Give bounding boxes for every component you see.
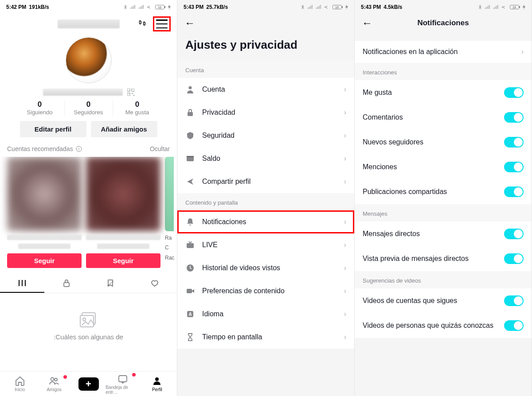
row-notifications[interactable]: Notificaciones ›	[177, 210, 354, 233]
bottom-nav: Inicio Amigos + Bandeja de entr… Perfil	[0, 371, 177, 396]
profile-header	[0, 12, 177, 35]
row-language[interactable]: A Idioma ›	[177, 303, 354, 326]
tab-liked[interactable]	[133, 274, 177, 293]
bell-icon	[185, 217, 195, 226]
row-share-profile[interactable]: Compartir perfil ›	[177, 170, 354, 193]
status-icons: 10	[478, 4, 525, 10]
row-account[interactable]: Cuenta ›	[177, 78, 354, 101]
svg-rect-24	[188, 112, 193, 116]
chevron-right-icon: ›	[521, 48, 524, 56]
language-icon: A	[185, 310, 195, 318]
toggle-dms[interactable]: Mensajes directos	[355, 221, 532, 246]
tab-grid[interactable]	[0, 274, 44, 293]
stat-following[interactable]: 0 Siguiendo	[16, 100, 64, 116]
row-balance[interactable]: Saldo ›	[177, 147, 354, 170]
row-screentime[interactable]: Tiempo en pantalla ›	[177, 326, 354, 349]
row-content-prefs[interactable]: Preferencias de contenido ›	[177, 280, 354, 303]
row-in-app-notifications[interactable]: Notificaciones en la aplicación ›	[355, 41, 532, 63]
svg-point-15	[51, 378, 54, 381]
footprint-icon[interactable]	[137, 19, 147, 29]
row-live[interactable]: LIVE ›	[177, 233, 354, 256]
nav-create[interactable]: +	[71, 377, 106, 391]
chevron-right-icon: ›	[344, 264, 346, 272]
chevron-right-icon: ›	[344, 287, 346, 295]
clock-icon	[185, 264, 195, 272]
qr-icon[interactable]	[127, 89, 134, 96]
row-privacy[interactable]: Privacidad ›	[177, 101, 354, 124]
chevron-right-icon: ›	[344, 109, 346, 116]
suggested-card-peek[interactable]: Ra C Rac	[165, 157, 174, 268]
back-icon[interactable]: ←	[362, 18, 372, 28]
share-icon	[185, 177, 195, 186]
notifications-header: ← Notificaciones	[355, 12, 532, 34]
follow-button[interactable]: Seguir	[7, 253, 82, 268]
toggle-switch[interactable]	[504, 137, 524, 148]
chevron-right-icon: ›	[344, 241, 346, 249]
toggle-dm-preview[interactable]: Vista previa de mensajes directos	[355, 246, 532, 271]
svg-point-16	[55, 378, 57, 381]
hide-button[interactable]: Ocultar	[150, 145, 170, 152]
suggested-avatar-blurred	[86, 157, 160, 231]
toggle-suggested-videos[interactable]: Videos de personas que quizás conozcas	[355, 313, 532, 338]
toggle-mentions[interactable]: Menciones	[355, 155, 532, 179]
svg-point-19	[325, 7, 325, 8]
empty-text: :Cuáles son algunas de	[54, 333, 123, 341]
suggested-card[interactable]: Seguir	[7, 157, 82, 268]
toggle-switch[interactable]	[504, 320, 524, 331]
hamburger-menu-icon[interactable]	[156, 19, 168, 28]
toggle-new-followers[interactable]: Nuevos seguidores	[355, 130, 532, 155]
screen-settings: 5:43 PM 25.7kB/s 10 ← Ajustes y privacid…	[177, 0, 355, 396]
edit-profile-button[interactable]: Editar perfil	[20, 121, 86, 137]
toggle-following-videos[interactable]: Videos de cuentas que sigues	[355, 288, 532, 313]
chevron-right-icon: ›	[344, 178, 346, 186]
toggle-switch[interactable]	[504, 186, 524, 197]
suggested-card[interactable]: Seguir	[86, 157, 160, 268]
row-watch-history[interactable]: Historial de videos vistos ›	[177, 256, 354, 280]
svg-rect-35	[519, 6, 520, 8]
toggle-switch[interactable]	[504, 253, 524, 264]
svg-rect-17	[119, 376, 127, 382]
stats-row: 0 Siguiendo 0 Seguidores 0 Me gusta	[0, 97, 177, 121]
chevron-right-icon: ›	[344, 218, 346, 226]
section-video-suggestions-label: Sugerencias de videos	[355, 271, 532, 288]
empty-state: :Cuáles son algunas de	[0, 293, 177, 371]
toggle-likes[interactable]: Me gusta	[355, 80, 532, 105]
toggle-comments[interactable]: Comentarios	[355, 105, 532, 130]
svg-text:10: 10	[335, 6, 339, 9]
svg-text:i: i	[78, 147, 79, 151]
svg-rect-29	[187, 289, 192, 293]
stat-likes[interactable]: 0 Me gusta	[113, 100, 162, 116]
nav-inbox[interactable]: Bandeja de entr…	[106, 373, 140, 395]
toggle-switch[interactable]	[504, 112, 524, 123]
row-security[interactable]: Seguridad ›	[177, 124, 354, 147]
tab-private[interactable]	[44, 274, 89, 293]
status-speed: 25.7kB/s	[206, 4, 228, 10]
lock-icon	[185, 108, 195, 117]
follow-button[interactable]: Seguir	[86, 253, 160, 268]
toggle-switch[interactable]	[504, 162, 524, 172]
add-friends-button[interactable]: Añadir amigos	[91, 121, 157, 137]
nav-profile[interactable]: Perfil	[140, 376, 174, 392]
svg-rect-22	[342, 6, 343, 8]
info-icon[interactable]: i	[76, 146, 82, 152]
toggle-switch[interactable]	[504, 229, 524, 239]
back-icon[interactable]: ←	[184, 18, 195, 28]
tab-bookmark[interactable]	[89, 274, 133, 293]
status-icons: 10	[123, 4, 171, 10]
nav-friends[interactable]: Amigos	[37, 376, 71, 392]
svg-point-18	[155, 377, 159, 381]
suggested-avatar-blurred	[7, 157, 82, 231]
toggle-switch[interactable]	[504, 87, 524, 98]
section-content-label: Contenido y pantalla	[177, 193, 354, 210]
status-speed: 4.5kB/s	[383, 4, 402, 10]
stat-followers[interactable]: 0 Seguidores	[64, 100, 113, 116]
svg-text:10: 10	[158, 6, 161, 9]
toggle-switch[interactable]	[504, 295, 524, 306]
svg-rect-7	[132, 93, 133, 94]
username-blurred	[43, 89, 123, 96]
person-icon	[185, 85, 195, 94]
section-messages-label: Mensajes	[355, 204, 532, 221]
avatar[interactable]	[66, 37, 112, 83]
nav-home[interactable]: Inicio	[3, 376, 37, 392]
toggle-shared-posts[interactable]: Publicaciones compartidas	[355, 179, 532, 204]
